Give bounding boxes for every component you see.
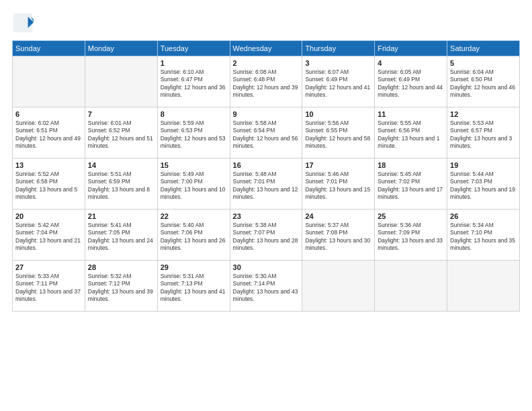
day-number: 23 [233, 212, 300, 220]
day-number: 19 [450, 161, 517, 169]
day-number: 27 [15, 263, 82, 271]
calendar-day-header: Saturday [447, 41, 520, 56]
page: SundayMondayTuesdayWednesdayThursdayFrid… [0, 0, 532, 411]
calendar-day-cell: 12Sunrise: 5:53 AMSunset: 6:57 PMDayligh… [447, 107, 520, 158]
day-number: 16 [233, 161, 300, 169]
calendar-header-row: SundayMondayTuesdayWednesdayThursdayFrid… [13, 41, 520, 56]
calendar-day-cell: 29Sunrise: 5:31 AMSunset: 7:13 PMDayligh… [157, 261, 230, 312]
day-info: Sunrise: 6:04 AMSunset: 6:50 PMDaylight:… [450, 68, 517, 99]
day-info: Sunrise: 5:52 AMSunset: 6:58 PMDaylight:… [15, 171, 82, 201]
calendar-week-row: 1Sunrise: 6:10 AMSunset: 6:47 PMDaylight… [13, 56, 520, 107]
day-info: Sunrise: 5:59 AMSunset: 6:53 PMDaylight:… [161, 120, 227, 150]
day-info: Sunrise: 5:46 AMSunset: 7:01 PMDaylight:… [305, 171, 371, 201]
calendar-day-cell: 30Sunrise: 5:30 AMSunset: 7:14 PMDayligh… [230, 261, 302, 312]
day-number: 17 [305, 161, 371, 169]
day-info: Sunrise: 5:58 AMSunset: 6:54 PMDaylight:… [233, 120, 300, 150]
header [12, 12, 520, 34]
calendar-day-cell: 19Sunrise: 5:44 AMSunset: 7:03 PMDayligh… [447, 158, 520, 210]
calendar-day-cell: 4Sunrise: 6:05 AMSunset: 6:49 PMDaylight… [375, 56, 447, 107]
calendar-week-row: 13Sunrise: 5:52 AMSunset: 6:58 PMDayligh… [13, 158, 520, 210]
calendar-day-cell [375, 261, 447, 312]
calendar-day-header: Friday [375, 41, 447, 56]
calendar-day-cell: 8Sunrise: 5:59 AMSunset: 6:53 PMDaylight… [157, 107, 230, 158]
day-number: 26 [450, 212, 517, 220]
day-number: 7 [88, 110, 154, 118]
day-number: 15 [161, 161, 227, 169]
day-info: Sunrise: 5:31 AMSunset: 7:13 PMDaylight:… [161, 273, 227, 304]
day-number: 5 [450, 59, 517, 67]
calendar-day-cell: 25Sunrise: 5:36 AMSunset: 7:09 PMDayligh… [375, 210, 447, 261]
calendar-day-cell: 27Sunrise: 5:33 AMSunset: 7:11 PMDayligh… [13, 261, 85, 312]
day-number: 10 [305, 110, 371, 118]
day-number: 22 [161, 212, 227, 220]
calendar-day-header: Monday [85, 41, 157, 56]
day-info: Sunrise: 5:33 AMSunset: 7:11 PMDaylight:… [15, 273, 82, 304]
day-info: Sunrise: 5:38 AMSunset: 7:07 PMDaylight:… [233, 222, 300, 253]
calendar-table: SundayMondayTuesdayWednesdayThursdayFrid… [12, 40, 520, 312]
day-info: Sunrise: 5:56 AMSunset: 6:55 PMDaylight:… [305, 120, 371, 150]
day-info: Sunrise: 6:07 AMSunset: 6:49 PMDaylight:… [305, 68, 371, 99]
day-number: 8 [161, 110, 227, 118]
calendar-day-cell: 6Sunrise: 6:02 AMSunset: 6:51 PMDaylight… [13, 107, 85, 158]
day-info: Sunrise: 6:02 AMSunset: 6:51 PMDaylight:… [15, 120, 82, 150]
day-number: 18 [378, 161, 444, 169]
day-number: 25 [378, 212, 444, 220]
day-info: Sunrise: 6:10 AMSunset: 6:47 PMDaylight:… [161, 68, 227, 99]
calendar-day-cell [447, 261, 520, 312]
day-number: 1 [161, 59, 227, 67]
day-info: Sunrise: 5:45 AMSunset: 7:02 PMDaylight:… [378, 171, 444, 201]
calendar-day-cell: 24Sunrise: 5:37 AMSunset: 7:08 PMDayligh… [302, 210, 375, 261]
day-info: Sunrise: 5:30 AMSunset: 7:14 PMDaylight:… [233, 273, 300, 304]
day-info: Sunrise: 5:55 AMSunset: 6:56 PMDaylight:… [378, 120, 444, 150]
calendar-day-header: Thursday [302, 41, 375, 56]
day-number: 29 [161, 263, 227, 271]
day-number: 12 [450, 110, 517, 118]
calendar-day-cell: 10Sunrise: 5:56 AMSunset: 6:55 PMDayligh… [302, 107, 375, 158]
calendar-day-cell: 22Sunrise: 5:40 AMSunset: 7:06 PMDayligh… [157, 210, 230, 261]
calendar-day-cell: 28Sunrise: 5:32 AMSunset: 7:12 PMDayligh… [85, 261, 157, 312]
day-info: Sunrise: 5:42 AMSunset: 7:04 PMDaylight:… [15, 222, 82, 253]
calendar-day-cell: 15Sunrise: 5:49 AMSunset: 7:00 PMDayligh… [157, 158, 230, 210]
calendar-week-row: 27Sunrise: 5:33 AMSunset: 7:11 PMDayligh… [13, 261, 520, 312]
day-number: 20 [15, 212, 82, 220]
logo [12, 12, 36, 34]
day-info: Sunrise: 5:41 AMSunset: 7:05 PMDaylight:… [88, 222, 154, 253]
day-number: 21 [88, 212, 154, 220]
calendar-day-cell: 26Sunrise: 5:34 AMSunset: 7:10 PMDayligh… [447, 210, 520, 261]
day-number: 24 [305, 212, 371, 220]
day-info: Sunrise: 5:40 AMSunset: 7:06 PMDaylight:… [161, 222, 227, 253]
calendar-day-cell: 17Sunrise: 5:46 AMSunset: 7:01 PMDayligh… [302, 158, 375, 210]
day-info: Sunrise: 5:53 AMSunset: 6:57 PMDaylight:… [450, 120, 517, 150]
calendar-day-cell: 9Sunrise: 5:58 AMSunset: 6:54 PMDaylight… [230, 107, 302, 158]
day-info: Sunrise: 5:44 AMSunset: 7:03 PMDaylight:… [450, 171, 517, 201]
day-info: Sunrise: 5:34 AMSunset: 7:10 PMDaylight:… [450, 222, 517, 253]
calendar-day-cell: 20Sunrise: 5:42 AMSunset: 7:04 PMDayligh… [13, 210, 85, 261]
day-number: 11 [378, 110, 444, 118]
day-number: 2 [233, 59, 300, 67]
day-info: Sunrise: 5:32 AMSunset: 7:12 PMDaylight:… [88, 273, 154, 304]
calendar-day-cell: 3Sunrise: 6:07 AMSunset: 6:49 PMDaylight… [302, 56, 375, 107]
day-number: 6 [15, 110, 82, 118]
day-info: Sunrise: 6:08 AMSunset: 6:48 PMDaylight:… [233, 68, 300, 99]
calendar-day-header: Tuesday [157, 41, 230, 56]
calendar-day-cell: 21Sunrise: 5:41 AMSunset: 7:05 PMDayligh… [85, 210, 157, 261]
day-info: Sunrise: 6:01 AMSunset: 6:52 PMDaylight:… [88, 120, 154, 150]
calendar-day-cell: 11Sunrise: 5:55 AMSunset: 6:56 PMDayligh… [375, 107, 447, 158]
calendar-day-cell: 7Sunrise: 6:01 AMSunset: 6:52 PMDaylight… [85, 107, 157, 158]
day-number: 9 [233, 110, 300, 118]
day-number: 3 [305, 59, 371, 67]
calendar-day-cell: 13Sunrise: 5:52 AMSunset: 6:58 PMDayligh… [13, 158, 85, 210]
day-number: 13 [15, 161, 82, 169]
calendar-week-row: 6Sunrise: 6:02 AMSunset: 6:51 PMDaylight… [13, 107, 520, 158]
day-number: 28 [88, 263, 154, 271]
day-number: 30 [233, 263, 300, 271]
day-info: Sunrise: 5:48 AMSunset: 7:01 PMDaylight:… [233, 171, 300, 201]
calendar-day-cell: 16Sunrise: 5:48 AMSunset: 7:01 PMDayligh… [230, 158, 302, 210]
day-info: Sunrise: 5:37 AMSunset: 7:08 PMDaylight:… [305, 222, 371, 253]
calendar-day-cell: 2Sunrise: 6:08 AMSunset: 6:48 PMDaylight… [230, 56, 302, 107]
calendar-day-cell: 18Sunrise: 5:45 AMSunset: 7:02 PMDayligh… [375, 158, 447, 210]
day-info: Sunrise: 5:36 AMSunset: 7:09 PMDaylight:… [378, 222, 444, 253]
day-info: Sunrise: 5:49 AMSunset: 7:00 PMDaylight:… [161, 171, 227, 201]
day-info: Sunrise: 5:51 AMSunset: 6:59 PMDaylight:… [88, 171, 154, 201]
day-number: 14 [88, 161, 154, 169]
